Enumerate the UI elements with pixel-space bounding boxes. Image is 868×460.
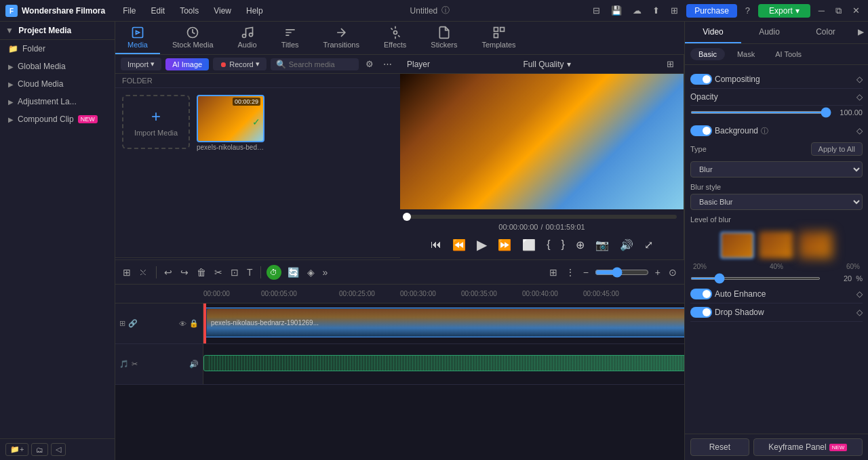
step-back-btn[interactable]: ⏮ <box>428 237 444 252</box>
volume-btn[interactable]: 🔊 <box>617 237 636 253</box>
loop-btn[interactable]: 🔄 <box>285 265 301 280</box>
video-track-grid-btn[interactable]: ⊞ <box>119 319 125 328</box>
video-track-lock-btn[interactable]: 🔒 <box>189 319 199 328</box>
add-to-timeline-btn[interactable]: ⊕ <box>573 237 587 253</box>
tab-titles[interactable]: Titles <box>269 22 311 54</box>
crop-tl-btn[interactable]: ⊡ <box>229 265 241 280</box>
opacity-slider[interactable] <box>690 111 831 114</box>
audio-track-cut-btn[interactable]: ✂ <box>132 360 138 369</box>
text-btn[interactable]: T <box>245 265 255 280</box>
rsubtab-ai-tools[interactable]: AI Tools <box>767 48 810 60</box>
auto-enhance-diamond[interactable]: ◇ <box>856 289 863 299</box>
menu-help[interactable]: Help <box>239 5 270 17</box>
apply-all-btn[interactable]: Apply to All <box>811 142 863 156</box>
sidebar-item-adjustment-layer[interactable]: ▶ Adjustment La... <box>0 93 115 110</box>
blur-style-dropdown[interactable]: Basic Blur <box>690 194 863 210</box>
tab-audio[interactable]: Audio <box>226 22 269 54</box>
window-min-btn[interactable]: ─ <box>816 4 827 17</box>
track-layers-btn[interactable]: ⊞ <box>547 265 559 280</box>
record-button[interactable]: ⏺ Record ▾ <box>213 58 266 70</box>
rtab-expand[interactable]: ▶ <box>854 22 868 43</box>
auto-enhance-toggle[interactable] <box>690 289 712 299</box>
delete-btn[interactable]: 🗑 <box>195 265 208 280</box>
save-btn[interactable]: 💾 <box>608 4 625 17</box>
sidebar-item-folder[interactable]: 📁 Folder <box>0 40 115 58</box>
tab-templates[interactable]: Templates <box>469 22 528 54</box>
quality-selector[interactable]: Full Quality ▾ <box>523 60 570 69</box>
blur-dropdown[interactable]: Blur <box>690 161 863 177</box>
undo-btn[interactable]: ↩ <box>162 265 174 280</box>
tab-media[interactable]: Media <box>115 22 160 54</box>
new-bin-btn[interactable]: 🗂 <box>31 443 48 456</box>
zoom-in-btn[interactable]: + <box>653 265 663 280</box>
fullscreen-btn[interactable]: ⤢ <box>642 237 656 253</box>
blur-level-slider[interactable] <box>690 277 821 280</box>
drop-shadow-toggle[interactable] <box>690 307 712 318</box>
sidebar-item-cloud-media[interactable]: ▶ Cloud Media <box>0 75 115 93</box>
collapse-panel-btn[interactable]: ◁ <box>51 443 66 456</box>
menu-file[interactable]: File <box>116 5 142 17</box>
search-input[interactable] <box>289 60 353 68</box>
layout-btn[interactable]: ⊞ <box>668 4 681 17</box>
blur-preview-1[interactable] <box>720 232 754 259</box>
video-clip-1[interactable]: pexels-nikolaus-bednarz-1901269... <box>203 308 684 337</box>
speed-menu-btn[interactable]: ⏱ <box>267 265 281 280</box>
frame-forward-btn[interactable]: ⏩ <box>495 237 514 253</box>
rsubtab-mask[interactable]: Mask <box>729 48 763 60</box>
play-btn[interactable]: ▶ <box>474 235 490 254</box>
mark-in-btn[interactable]: { <box>544 237 553 252</box>
ai-image-button[interactable]: AI Image <box>165 58 209 70</box>
import-media-tile[interactable]: + Import Media <box>122 95 190 149</box>
audio-track-music-btn[interactable]: 🎵 <box>119 360 129 369</box>
rtab-audio[interactable]: Audio <box>741 22 797 43</box>
compositing-diamond[interactable]: ◇ <box>856 75 863 84</box>
mark-out-btn[interactable]: } <box>559 237 568 252</box>
timeline-zoom-slider[interactable] <box>595 267 649 278</box>
video-track-link-btn[interactable]: 🔗 <box>128 319 138 328</box>
video-track-eye-btn[interactable]: 👁 <box>179 320 186 328</box>
sidebar-item-compound-clip[interactable]: ▶ Compound Clip NEW <box>0 110 115 128</box>
window-max-btn[interactable]: ⧉ <box>833 4 844 18</box>
compositing-toggle[interactable] <box>690 74 712 85</box>
media-item-clip1[interactable]: 00:00:29 ✓ pexels-nikolaus-bednarz-19... <box>197 95 264 251</box>
rtab-video[interactable]: Video <box>685 22 741 43</box>
motion-btn[interactable]: ◈ <box>305 265 317 280</box>
frame-back-btn[interactable]: ⏪ <box>450 237 469 253</box>
cut-btn[interactable]: ✂ <box>212 265 224 280</box>
menu-edit[interactable]: Edit <box>144 5 172 17</box>
audio-clip-1[interactable] <box>203 355 684 371</box>
sidebar-item-global-media[interactable]: ▶ Global Media <box>0 58 115 75</box>
player-settings-btn[interactable]: ⊞ <box>664 58 677 70</box>
redo-btn[interactable]: ↪ <box>178 265 191 280</box>
audio-track-vol-btn[interactable]: 🔊 <box>189 360 199 369</box>
menu-tools[interactable]: Tools <box>173 5 205 17</box>
playback-progress[interactable] <box>407 215 677 219</box>
opacity-diamond[interactable]: ◇ <box>856 92 863 102</box>
blur-preview-2[interactable] <box>760 232 793 259</box>
share-btn[interactable]: ⬆ <box>650 4 663 17</box>
import-button[interactable]: Import ▾ <box>121 58 161 70</box>
rsubtab-basic[interactable]: Basic <box>690 48 725 60</box>
rtab-color[interactable]: Color <box>797 22 854 43</box>
tab-effects[interactable]: Effects <box>372 22 418 54</box>
background-toggle[interactable] <box>690 125 712 136</box>
question-btn[interactable]: ? <box>743 4 753 17</box>
tab-stock[interactable]: Stock Media <box>160 22 226 54</box>
tab-stickers[interactable]: Stickers <box>418 22 469 54</box>
zoom-out-btn[interactable]: − <box>581 265 591 280</box>
new-folder-btn[interactable]: 📁+ <box>5 443 28 456</box>
snapshot-btn[interactable]: 📷 <box>593 237 612 253</box>
crop-btn[interactable]: ⬜ <box>519 237 538 253</box>
filter-btn[interactable]: ⚙ <box>363 58 376 70</box>
export-button[interactable]: Export ▾ <box>758 4 810 18</box>
blur-preview-3[interactable] <box>799 232 833 259</box>
panel-collapse-arrow[interactable]: ▼ <box>5 26 14 35</box>
more-tl-btn[interactable]: » <box>321 265 330 280</box>
fit-btn[interactable]: ⊙ <box>667 265 679 280</box>
tab-transitions[interactable]: Transitions <box>311 22 372 54</box>
cloud-btn[interactable]: ☁ <box>630 4 644 17</box>
purchase-button[interactable]: Purchase <box>686 4 737 18</box>
track-select-btn[interactable]: ⋮ <box>564 265 577 280</box>
reset-button[interactable]: Reset <box>690 438 749 456</box>
drop-shadow-diamond[interactable]: ◇ <box>856 308 863 317</box>
